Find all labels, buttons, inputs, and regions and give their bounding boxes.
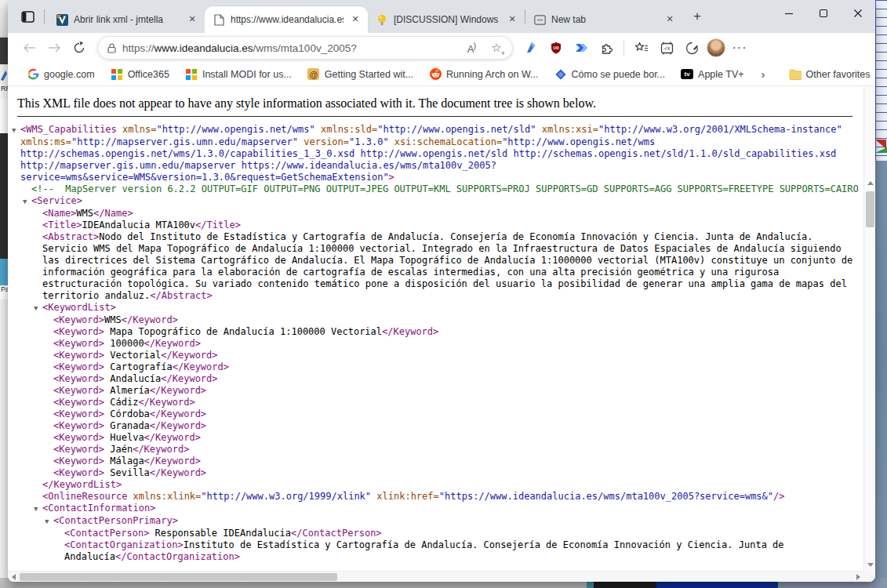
refresh-button[interactable] [69, 38, 89, 58]
tab-close-button[interactable]: ✕ [663, 13, 676, 26]
profile-avatar[interactable] [707, 38, 725, 57]
browser-tab-1[interactable]: Abrir link xml - jmtella✕ [48, 6, 205, 33]
maximize-icon [819, 9, 828, 18]
collapse-arrow-icon[interactable]: ▼ [23, 196, 31, 208]
scroll-down-button[interactable] [864, 559, 875, 571]
browser-tab-2[interactable]: https://www.ideandalucia.es✕ [205, 6, 368, 33]
background-pen-icon-fragment [0, 66, 8, 85]
scroll-right-button[interactable] [852, 572, 863, 582]
xml-line: <Keyword> Málaga</Keyword> [11, 456, 859, 467]
settings-more-button[interactable]: ··· [730, 38, 749, 57]
tab-title: https://www.ideandalucia.es [231, 14, 344, 25]
reddit-icon [429, 68, 442, 81]
close-button[interactable] [841, 0, 875, 27]
folder-icon [789, 68, 802, 81]
vertical-scrollbar-thumb[interactable] [866, 191, 874, 227]
xml-line[interactable]: ▼<ContactInformation> [11, 503, 859, 515]
scroll-up-button[interactable] [864, 177, 875, 189]
microsoft-icon [185, 68, 198, 81]
triangle-up-icon [867, 181, 874, 185]
xml-line: <Keyword> 100000</Keyword> [11, 338, 859, 350]
favorites-bar-item-2[interactable]: Office365 [104, 66, 176, 83]
appletv-icon: tv [681, 68, 693, 81]
collapse-arrow-icon[interactable]: ▼ [34, 303, 42, 314]
close-icon [853, 9, 863, 18]
xml-line[interactable]: ▼<Service> [11, 195, 859, 208]
other-favorites-button[interactable]: Other favorites [783, 66, 875, 83]
math-solver-button[interactable]: √x [656, 38, 677, 58]
favorites-bar-item-1[interactable]: google.com [20, 66, 101, 83]
horizontal-scrollbar[interactable] [8, 571, 863, 582]
read-aloud-icon: A) [467, 41, 475, 55]
extensions-puzzle-icon [600, 42, 613, 55]
horizontal-scrollbar-thumb[interactable] [20, 573, 337, 581]
browser-tab-3[interactable]: [DISCUSSION] Windows 11✕ [368, 6, 525, 33]
read-aloud-button[interactable]: A) [462, 38, 481, 57]
forward-button[interactable] [44, 38, 64, 58]
triangle-down-icon [867, 563, 874, 567]
lightbulb-icon [376, 13, 388, 26]
back-arrow-icon [23, 42, 36, 53]
favorites-overflow-button[interactable]: › [757, 67, 770, 81]
scroll-left-button[interactable] [8, 572, 19, 582]
google-icon [27, 68, 39, 81]
tab-close-button[interactable]: ✕ [186, 13, 198, 26]
background-dark-strip [0, 133, 8, 259]
xml-line[interactable]: ▼<ContactPersonPrimary> [11, 515, 859, 528]
xml-line: <OnlineResource xmlns:xlink="http://www.… [11, 491, 859, 503]
power-automate-extension-button[interactable] [571, 38, 591, 58]
back-button[interactable] [19, 38, 39, 58]
collapse-arrow-icon[interactable]: ▼ [45, 516, 53, 528]
tab-actions-menu-button[interactable] [14, 5, 41, 27]
favorite-add-button[interactable]: ☆+ [487, 38, 506, 57]
favorites-bar-item-6[interactable]: Cómo se puede bor... [548, 66, 672, 83]
background-light-strip [0, 299, 8, 588]
xml-line[interactable]: ▼<KeywordList> [11, 302, 859, 314]
collapse-arrow-icon[interactable]: ▼ [34, 503, 42, 515]
xml-line: <Keyword> Mapa Topográfico de Andalucía … [11, 326, 859, 338]
xml-line: <Keyword>WMS</Keyword> [11, 314, 859, 326]
xml-line: <Keyword> Vectorial</Keyword> [11, 350, 859, 361]
collections-button[interactable] [631, 38, 652, 58]
new-tab-button[interactable]: + [685, 5, 709, 27]
spreadsheet-grid-fragment [875, 0, 887, 161]
favorites-bar-item-3[interactable]: Install MODI for us... [179, 66, 298, 83]
minimize-icon [784, 9, 794, 18]
maximize-button[interactable] [806, 0, 841, 27]
newtab-icon [533, 13, 546, 26]
math-solver-icon: √x [660, 42, 674, 55]
xml-line: <Keyword> Granada</Keyword> [11, 420, 859, 432]
favorites-bar-item-4[interactable]: @Getting Started wit... [301, 66, 420, 83]
xml-line[interactable]: ▼<WMS_Capabilities xmlns="http://www.ope… [11, 124, 859, 183]
collapse-arrow-icon[interactable]: ▼ [12, 125, 20, 136]
xml-viewer: This XML file does not appear to have an… [8, 86, 863, 571]
pen-icon [0, 69, 8, 82]
favorite-label: Install MODI for us... [202, 69, 292, 80]
xml-line: <Title>IDEAndalucia MTA100v</Title> [11, 220, 859, 231]
divider [44, 9, 45, 24]
tab-close-button[interactable]: ✕ [349, 13, 362, 26]
tab-close-button[interactable]: ✕ [506, 13, 518, 26]
web-capture-button[interactable] [682, 38, 702, 58]
collections-icon [634, 42, 649, 54]
editor-extension-button[interactable] [521, 38, 541, 58]
favorite-label: Cómo se puede bor... [572, 69, 666, 80]
xml-line: <Keyword> Cádiz</Keyword> [11, 397, 859, 408]
xml-style-notice: This XML file does not appear to have an… [17, 96, 856, 111]
background-window-corner [0, 0, 8, 38]
browser-tab-4[interactable]: New tab✕ [525, 6, 682, 33]
address-bar[interactable]: https://www.ideandalucia.es/wms/mta100v_… [97, 36, 513, 60]
vertical-scrollbar[interactable] [863, 86, 875, 571]
background-spreadsheet-edge [875, 0, 887, 588]
gem-icon [554, 68, 567, 81]
notice-divider [17, 116, 852, 117]
background-white-strip [0, 99, 8, 133]
divider [623, 40, 624, 56]
favorites-bar-item-5[interactable]: Running Arch on W... [423, 66, 544, 83]
extensions-button[interactable] [596, 38, 616, 58]
minimize-button[interactable] [772, 0, 806, 27]
favorite-add-icon: ☆ [491, 41, 501, 55]
favorites-bar-item-7[interactable]: tvApple TV+ [674, 66, 751, 83]
ublock-extension-button[interactable]: U0 [546, 38, 566, 58]
url-text[interactable]: https://www.ideandalucia.es/wms/mta100v_… [122, 42, 456, 54]
